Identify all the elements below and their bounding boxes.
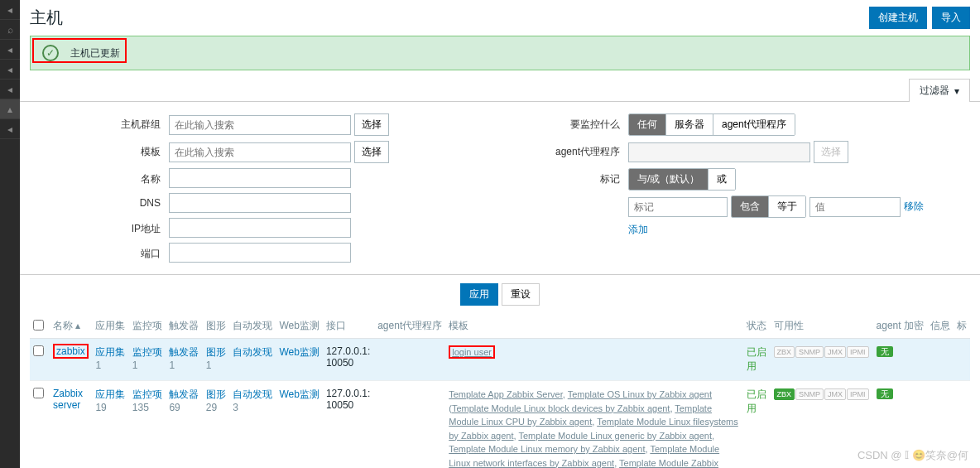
- tag-remove-link[interactable]: 移除: [904, 200, 924, 214]
- dns-input[interactable]: [169, 193, 351, 213]
- tag-or-button[interactable]: 或: [709, 169, 735, 190]
- tag-mode-segment: 与/或（默认） 或: [628, 168, 736, 191]
- sidebar-icon[interactable]: ▴: [0, 99, 20, 119]
- col-discovery: 自动发现: [229, 314, 276, 339]
- sidebar-search-icon[interactable]: ⌕: [0, 20, 20, 40]
- template-input[interactable]: [169, 142, 351, 162]
- label-template: 模板: [53, 141, 169, 159]
- col-encryption: agent 加密: [873, 314, 927, 339]
- availability-badges: ZBXSNMPJMXIPMI: [774, 346, 870, 358]
- sidebar-icon[interactable]: ◂: [0, 60, 20, 80]
- sidebar-icon[interactable]: ◂: [0, 119, 20, 139]
- tag-name-input[interactable]: [628, 197, 728, 217]
- apply-button[interactable]: 应用: [460, 283, 498, 306]
- status-link[interactable]: 已启用: [747, 346, 766, 372]
- col-triggers: 触发器: [166, 314, 202, 339]
- template-link[interactable]: Template Module Linux generic by Zabbix …: [518, 431, 712, 441]
- sidebar-icon[interactable]: ◂: [0, 0, 20, 20]
- col-proxy: agent代理程序: [374, 314, 445, 339]
- triggers-link[interactable]: 触发器 69: [169, 388, 199, 413]
- triggers-link[interactable]: 触发器 1: [169, 346, 199, 371]
- graphs-link[interactable]: 图形 29: [206, 388, 226, 413]
- filter-tab[interactable]: 过滤器 ▾: [909, 79, 970, 102]
- reset-button[interactable]: 重设: [502, 283, 540, 306]
- availability-badges: ZBXSNMPJMXIPMI: [774, 388, 870, 400]
- items-link[interactable]: 监控项 135: [132, 388, 162, 413]
- host-name-link[interactable]: zabbix: [53, 344, 89, 359]
- proxy-input: [628, 142, 810, 162]
- filter-actions: 应用 重设: [20, 275, 980, 314]
- row-checkbox[interactable]: [33, 388, 44, 398]
- template-link[interactable]: Template OS Linux by Zabbix agent: [568, 389, 712, 399]
- sidebar-icon[interactable]: ◂: [0, 40, 20, 60]
- filter-tab-row: 过滤器 ▾: [20, 79, 980, 102]
- sidebar-icon[interactable]: ◂: [0, 80, 20, 99]
- contains-button[interactable]: 包含: [732, 196, 769, 217]
- discovery-link[interactable]: 自动发现 3: [233, 388, 272, 413]
- monitor-server-button[interactable]: 服务器: [666, 114, 713, 135]
- template-link[interactable]: Template Module Linux block devices by Z…: [452, 403, 670, 413]
- encryption-badge: 无: [877, 388, 893, 399]
- tag-add-link[interactable]: 添加: [628, 223, 648, 237]
- name-input[interactable]: [169, 168, 351, 188]
- label-ip: IP地址: [53, 218, 169, 236]
- host-name-link[interactable]: Zabbix server: [53, 388, 83, 411]
- label-port: 端口: [53, 243, 169, 261]
- col-status[interactable]: 状态: [747, 320, 766, 331]
- ip-input[interactable]: [169, 218, 351, 238]
- page-title: 主机: [30, 7, 63, 29]
- col-apps: 应用集: [92, 314, 128, 339]
- status-link[interactable]: 已启用: [747, 388, 766, 414]
- apps-link[interactable]: 应用集 19: [95, 388, 125, 413]
- select-all-checkbox[interactable]: [33, 320, 44, 330]
- col-graphs: 图形: [203, 314, 229, 339]
- label-dns: DNS: [53, 193, 169, 209]
- monitor-any-button[interactable]: 任何: [629, 114, 666, 135]
- col-interface: 接口: [323, 314, 374, 339]
- table-row: zabbix 应用集 1 监控项 1 触发器 1 图形 1 自动发现 Web监测…: [30, 339, 970, 381]
- col-tag: 标: [954, 314, 970, 339]
- port-input[interactable]: [169, 243, 351, 263]
- col-web: Web监测: [276, 314, 322, 339]
- graphs-link[interactable]: 图形 1: [206, 346, 226, 371]
- template-link[interactable]: Template Module Linux memory by Zabbix a…: [449, 444, 645, 454]
- items-link[interactable]: 监控项 1: [132, 346, 162, 371]
- main-content: 主机 创建主机 导入 ✓ 主机已更新 过滤器 ▾ 主机群组 选择 模板: [20, 0, 980, 468]
- discovery-link[interactable]: 自动发现: [233, 346, 272, 358]
- label-tags: 标记: [512, 168, 628, 186]
- col-templates: 模板: [445, 314, 743, 339]
- template-link[interactable]: Template App Zabbix Server: [449, 389, 563, 399]
- monitor-proxy-button[interactable]: agent代理程序: [713, 114, 795, 135]
- tag-andor-button[interactable]: 与/或（默认）: [629, 169, 709, 190]
- monitor-segment: 任何 服务器 agent代理程序: [628, 113, 795, 136]
- label-proxy: agent代理程序: [512, 141, 628, 159]
- table-row: Zabbix server 应用集 19 监控项 135 触发器 69 图形 2…: [30, 381, 970, 469]
- template-link[interactable]: login user: [449, 345, 495, 359]
- banner-message: 主机已更新: [70, 46, 120, 60]
- host-table-wrap: 名称 ▴ 应用集 监控项 触发器 图形 自动发现 Web监测 接口 agent代…: [20, 314, 980, 468]
- label-name: 名称: [53, 168, 169, 186]
- label-monitor: 要监控什么: [512, 113, 628, 132]
- create-host-button[interactable]: 创建主机: [869, 7, 927, 29]
- web-link[interactable]: Web监测: [279, 388, 319, 400]
- row-checkbox[interactable]: [33, 345, 44, 356]
- watermark: CSDN @ 𝕀 😊笑奈@何: [858, 448, 968, 463]
- filter-tab-label: 过滤器: [920, 84, 949, 98]
- check-icon: ✓: [42, 45, 59, 61]
- encryption-badge: 无: [877, 346, 893, 357]
- left-sidebar: ◂ ⌕ ◂ ◂ ◂ ▴ ◂: [0, 0, 20, 468]
- import-button[interactable]: 导入: [932, 7, 970, 29]
- equals-button[interactable]: 等于: [769, 196, 805, 217]
- interface-cell: 127.0.0.1: 10050: [323, 381, 374, 469]
- host-table: 名称 ▴ 应用集 监控项 触发器 图形 自动发现 Web监测 接口 agent代…: [30, 314, 970, 468]
- col-availability: 可用性: [771, 314, 873, 339]
- hostgroup-select-button[interactable]: 选择: [354, 113, 389, 136]
- hostgroup-input[interactable]: [169, 115, 351, 135]
- tag-value-input[interactable]: [809, 197, 901, 217]
- web-link[interactable]: Web监测: [279, 346, 319, 358]
- page-header: 主机 创建主机 导入: [20, 0, 980, 32]
- apps-link[interactable]: 应用集 1: [95, 346, 125, 371]
- template-select-button[interactable]: 选择: [354, 141, 389, 163]
- templates-cell: Template App Zabbix Server, Template OS …: [445, 381, 743, 469]
- col-name[interactable]: 名称 ▴: [53, 320, 80, 331]
